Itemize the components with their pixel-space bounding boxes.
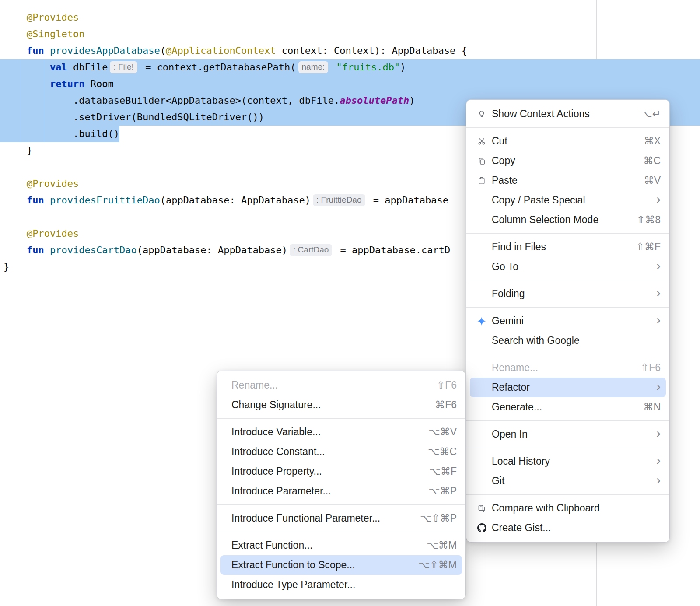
menu-item-show-context-actions[interactable]: Show Context Actions⌥↵ [470,104,666,124]
submenu-arrow-icon: › [656,454,661,467]
menu-divider [466,127,669,128]
menu-shortcut: ⇧F6 [437,379,457,391]
submenu-arrow-icon: › [656,286,661,299]
menu-item-git[interactable]: Git› [470,471,666,491]
menu-item-label: Copy [492,155,634,167]
menu-shortcut: ⇧⌘8 [637,214,661,226]
code-line[interactable]: @Singleton [0,26,700,42]
code-token: return [50,78,91,89]
menu-item-copy-paste-special[interactable]: Copy / Paste Special› [470,190,666,210]
inlay-hint-chip[interactable]: : CartDao [290,244,332,256]
menu-item-rename[interactable]: Rename...⇧F6 [470,358,666,378]
code-token [4,45,27,56]
code-line[interactable]: val dbFile: File! = context.getDatabaseP… [0,59,700,76]
menu-item-label: Rename... [231,379,428,391]
menu-item-label: Git [492,475,648,487]
code-token: val [50,62,73,73]
code-token: (appDatabase: AppDatabase) [160,195,311,206]
menu-item-search-with-google[interactable]: Search with Google [470,331,666,350]
code-token: } [4,261,9,272]
code-token: Room [91,78,114,89]
menu-item-open-in[interactable]: Open In› [470,424,666,444]
menu-item-create-gist[interactable]: Create Gist... [470,518,666,538]
code-line[interactable]: fun providesAppDatabase(@ApplicationCont… [0,42,700,59]
menu-item-compare-with-clipboard[interactable]: Compare with Clipboard [470,498,666,518]
menu-item-introduce-type-parameter[interactable]: Introduce Type Parameter... [220,575,462,595]
menu-item-label: Copy / Paste Special [492,194,648,206]
code-token: } [4,145,32,156]
menu-item-label: Introduce Parameter... [231,485,420,497]
menu-item-label: Folding [492,288,648,300]
menu-item-generate[interactable]: Generate...⌘N [470,397,666,417]
code-token [4,245,27,256]
menu-item-local-history[interactable]: Local History› [470,452,666,471]
menu-item-introduce-variable[interactable]: Introduce Variable...⌥⌘V [220,422,462,442]
menu-item-introduce-property[interactable]: Introduce Property...⌥⌘F [220,462,462,481]
menu-item-label: Extract Function... [231,539,418,551]
menu-item-change-signature[interactable]: Change Signature...⌘F6 [220,395,462,415]
submenu-arrow-icon: › [656,473,661,487]
code-line-text: @Singleton [4,28,84,39]
icon-spacer [476,261,487,273]
code-line-text: } [4,261,9,272]
indent-guide [44,59,44,142]
inlay-hint-chip[interactable]: : FruittieDao [313,194,365,206]
menu-divider [217,532,466,532]
icon-spacer [476,362,487,374]
menu-item-label: Open In [492,428,648,440]
menu-shortcut: ⌥⌘C [428,446,457,458]
menu-item-label: Search with Google [492,335,661,347]
icon-spacer [476,335,487,347]
menu-item-column-selection-mode[interactable]: Column Selection Mode⇧⌘8 [470,210,666,230]
menu-item-extract-function-to-scope[interactable]: Extract Function to Scope...⌥⇧⌘M [220,555,462,575]
menu-shortcut: ⇧F6 [640,362,661,374]
menu-item-gemini[interactable]: Gemini› [470,311,666,331]
menu-item-copy[interactable]: Copy⌘C [470,151,666,171]
indent-guide [21,59,21,142]
code-token [4,78,50,89]
copy-icon [476,155,487,167]
submenu-arrow-icon: › [656,380,661,393]
compare-icon [476,503,487,514]
code-token [4,28,27,39]
code-token [4,62,50,73]
code-token: ) [409,95,415,106]
code-line[interactable]: @Provides [0,9,700,26]
menu-shortcut: ⌘N [643,401,661,413]
code-line-text: fun providesAppDatabase(@ApplicationCont… [4,45,467,56]
menu-item-refactor[interactable]: Refactor› [470,378,666,397]
code-token [4,178,27,189]
menu-item-label: Gemini [492,315,648,327]
menu-divider [466,354,669,354]
code-line-text: fun providesCartDao(appDatabase: AppData… [4,245,450,256]
code-token: "fruits.db" [336,62,400,73]
menu-shortcut: ⇧⌘F [636,241,661,253]
menu-shortcut: ⌥⌘V [428,426,457,438]
menu-item-introduce-constant[interactable]: Introduce Constant...⌥⌘C [220,442,462,462]
menu-item-rename[interactable]: Rename...⇧F6 [220,375,462,395]
menu-item-extract-function[interactable]: Extract Function...⌥⌘M [220,536,462,555]
menu-shortcut: ⌘X [644,135,661,147]
menu-divider [466,280,669,280]
menu-item-label: Introduce Functional Parameter... [231,512,411,524]
code-token [4,228,27,239]
menu-item-introduce-functional-parameter[interactable]: Introduce Functional Parameter...⌥⇧⌘P [220,508,462,528]
menu-item-label: Paste [492,175,635,186]
code-line-text: @Provides [4,178,79,189]
icon-spacer [476,402,487,413]
code-token: dbFile [73,62,108,73]
menu-item-introduce-parameter[interactable]: Introduce Parameter...⌥⌘P [220,481,462,501]
menu-item-paste[interactable]: Paste⌘V [470,171,666,190]
menu-item-label: Refactor [492,382,648,393]
code-token: providesFruittieDao [50,195,160,206]
inlay-hint-chip[interactable]: : File! [110,61,137,73]
code-line[interactable]: return Room [0,76,700,92]
menu-divider [466,420,669,421]
menu-item-find-in-files[interactable]: Find in Files⇧⌘F [470,237,666,257]
menu-item-folding[interactable]: Folding› [470,284,666,304]
menu-item-go-to[interactable]: Go To› [470,257,666,277]
code-token: @Singleton [27,28,84,39]
code-token [330,62,336,73]
menu-item-cut[interactable]: Cut⌘X [470,131,666,151]
inlay-hint-chip[interactable]: name: [298,61,329,73]
